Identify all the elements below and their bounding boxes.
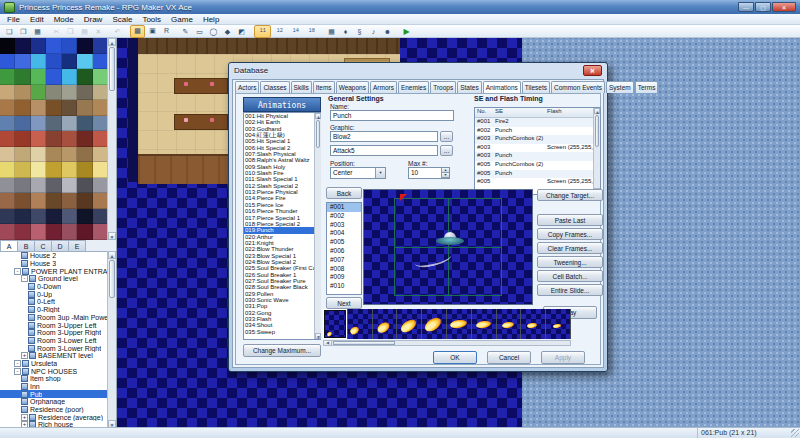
palette-tile[interactable] <box>93 38 108 54</box>
cancel-button[interactable]: Cancel <box>487 351 531 364</box>
zoom-1-2-button[interactable]: 1:2 <box>272 25 287 36</box>
palette-tile[interactable] <box>93 224 108 240</box>
animation-canvas[interactable] <box>363 189 533 305</box>
tree-item[interactable]: +Residence (average) <box>0 413 116 421</box>
palette-tile[interactable] <box>31 69 46 85</box>
palette-tile[interactable] <box>0 147 15 163</box>
copy-frames-button[interactable]: Copy Frames... <box>537 228 603 240</box>
dialog-close-button[interactable]: ✕ <box>583 65 602 76</box>
database-button[interactable]: ▦ <box>325 26 338 37</box>
menu-edit[interactable]: Edit <box>25 15 49 24</box>
palette-tile[interactable] <box>77 54 92 70</box>
palette-tile[interactable] <box>62 38 77 54</box>
palette-tile[interactable] <box>77 69 92 85</box>
scrollbar-thumb[interactable] <box>109 47 115 91</box>
tab-classes[interactable]: Classes <box>260 81 289 93</box>
palette-tab-a[interactable]: A <box>0 240 18 251</box>
palette-tab-e[interactable]: E <box>68 240 86 251</box>
palette-tile[interactable] <box>0 193 15 209</box>
palette-tile[interactable] <box>77 131 92 147</box>
palette-tile[interactable] <box>46 116 61 132</box>
tab-troops[interactable]: Troops <box>430 81 456 93</box>
palette-tile[interactable] <box>62 224 77 240</box>
palette-tile[interactable] <box>62 116 77 132</box>
palette-tile[interactable] <box>93 85 108 101</box>
close-button[interactable]: ✕ <box>772 2 796 12</box>
menu-scale[interactable]: Scale <box>107 15 137 24</box>
tab-items[interactable]: Items <box>313 81 335 93</box>
tab-enemies[interactable]: Enemies <box>398 81 429 93</box>
tree-scrollbar[interactable]: ▲ ▼ <box>107 251 116 428</box>
frame-list-item[interactable]: #003 <box>327 221 361 230</box>
playtest-button[interactable]: ▶ <box>400 26 413 37</box>
palette-tile[interactable] <box>46 178 61 194</box>
scroll-up-arrow[interactable]: ▲ <box>315 113 321 119</box>
palette-tile[interactable] <box>15 131 30 147</box>
se-table-row[interactable]: #003Punch <box>475 152 600 161</box>
palette-tile[interactable] <box>15 224 30 240</box>
palette-tile[interactable] <box>93 147 108 163</box>
character-generator-button[interactable]: ☻ <box>381 26 394 37</box>
max-frames-stepper[interactable]: 10 ▲▼ <box>408 167 450 179</box>
palette-tile[interactable] <box>62 54 77 70</box>
palette-tile[interactable] <box>0 209 15 225</box>
palette-tile[interactable] <box>93 178 108 194</box>
palette-tile[interactable] <box>46 131 61 147</box>
tree-toggle-icon[interactable]: - <box>14 360 21 367</box>
palette-tile[interactable] <box>31 162 46 178</box>
back-button[interactable]: Back <box>326 187 362 199</box>
tweening-button[interactable]: Tweening... <box>537 256 603 268</box>
menu-help[interactable]: Help <box>198 15 224 24</box>
palette-tile[interactable] <box>77 162 92 178</box>
palette-tab-d[interactable]: D <box>51 240 69 251</box>
position-select[interactable]: Center ▼ <box>330 167 386 179</box>
next-button[interactable]: Next <box>326 297 362 309</box>
tree-toggle-icon[interactable]: + <box>21 414 28 421</box>
palette-tile[interactable] <box>46 162 61 178</box>
palette-tile[interactable] <box>0 54 15 70</box>
film-strip-frame[interactable] <box>546 309 570 339</box>
palette-tile[interactable] <box>46 100 61 116</box>
tab-states[interactable]: States <box>457 81 481 93</box>
film-strip-frame[interactable] <box>447 309 471 339</box>
palette-tile[interactable] <box>62 100 77 116</box>
tree-toggle-icon[interactable]: - <box>14 268 21 275</box>
frame-list-item[interactable]: #004 <box>327 229 361 238</box>
se-table-row[interactable]: #003PunchCombos (2) <box>475 135 600 144</box>
clear-frames-button[interactable]: Clear Frames... <box>537 242 603 254</box>
chevron-down-icon[interactable]: ▼ <box>375 168 385 178</box>
film-strip-frame[interactable] <box>373 309 397 339</box>
palette-tile[interactable] <box>31 116 46 132</box>
tab-weapons[interactable]: Weapons <box>336 81 369 93</box>
animations-list-scrollbar[interactable]: ▲ ▼ <box>314 113 321 339</box>
frame-list-item[interactable]: #007 <box>327 256 361 265</box>
tree-item[interactable]: Orphanage <box>0 398 116 406</box>
palette-tile[interactable] <box>93 131 108 147</box>
tree-item[interactable]: 0-Left <box>0 298 116 306</box>
film-strip-frame[interactable] <box>422 309 446 339</box>
film-strip-scrollbar[interactable]: ◀ <box>323 340 571 346</box>
palette-tile[interactable] <box>93 209 108 225</box>
scroll-up-arrow[interactable]: ▲ <box>108 38 116 46</box>
palette-tile[interactable] <box>31 100 46 116</box>
tree-item[interactable]: Item shop <box>0 375 116 383</box>
animation-list-item[interactable]: 008:Ralph's Astral Waltz <box>244 157 320 163</box>
materials-button[interactable]: ♦ <box>339 26 352 37</box>
film-strip-frame[interactable] <box>497 309 521 339</box>
tree-item[interactable]: Room 3-Lower Right <box>0 344 116 352</box>
tree-item[interactable]: House 2 <box>0 252 116 260</box>
palette-tile[interactable] <box>62 209 77 225</box>
palette-tile[interactable] <box>46 209 61 225</box>
animation-list-item[interactable]: 035:Sweep <box>244 329 320 335</box>
se-table-row[interactable]: #005PunchCombos (2) <box>475 161 600 170</box>
tree-item[interactable]: 0-Down <box>0 283 116 291</box>
title-bar[interactable]: Princess Princess Remake - RPG Maker VX … <box>0 0 800 14</box>
palette-tile[interactable] <box>0 131 15 147</box>
tree-item[interactable]: House 3 <box>0 260 116 268</box>
se-flash-table[interactable]: No.SEFlash#001Fire2#002Punch#003PunchCom… <box>474 107 601 195</box>
tab-animations[interactable]: Animations <box>483 81 521 93</box>
palette-tile[interactable] <box>77 116 92 132</box>
film-strip-frame[interactable] <box>323 309 347 339</box>
scroll-up-arrow[interactable]: ▲ <box>108 251 116 259</box>
palette-tile[interactable] <box>62 193 77 209</box>
